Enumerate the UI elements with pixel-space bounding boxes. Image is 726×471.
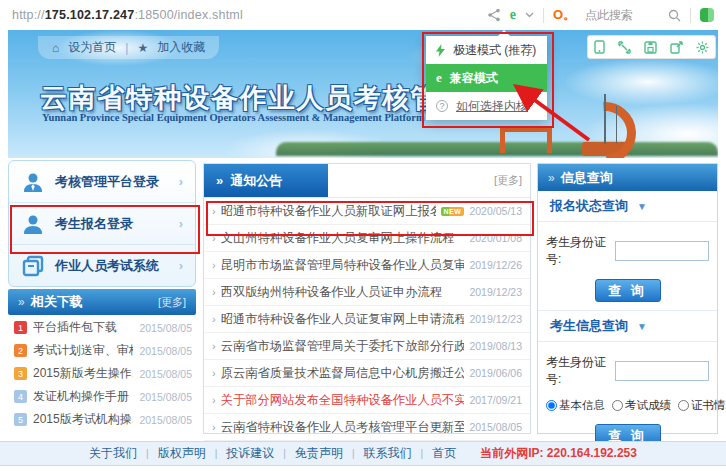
rank-badge: 4 [14, 390, 27, 403]
footer-link-contact[interactable]: 联系我们 [364, 445, 412, 462]
downloads-title: 相关下载 [31, 293, 83, 311]
quick-links: ⌂ 设为首页 | ★ 加入收藏 [38, 36, 219, 59]
footer-link-home[interactable]: 首页 [432, 445, 456, 462]
notice-item[interactable]: › 云南省市场监督管理局关于委托下放部分行政许可... 2019/08/13 [204, 333, 530, 360]
download-item[interactable]: 4 发证机构操作手册 2015/08/05 [8, 385, 196, 408]
notice-item-alert[interactable]: › 关于部分网站发布全国特种设备作业人员不实信息... 2017/09/21 [204, 387, 530, 414]
downloads-more-link[interactable]: [更多] [158, 295, 186, 310]
radio-exam-score[interactable]: 考试成绩 [612, 398, 671, 413]
footer-link-disclaimer[interactable]: 免责声明 [295, 445, 343, 462]
notice-item[interactable]: › 云南省特种设备作业人员考核管理平台更新至20... 2015/08/05 [204, 414, 530, 441]
footer-link-copyright[interactable]: 版权声明 [158, 445, 206, 462]
status-query-section-header[interactable]: 报名状态查询 ▼ [538, 191, 717, 222]
status-query-button[interactable]: 查 询 [595, 279, 661, 302]
menu-item-speed-mode[interactable]: 极速模式 (推荐) [426, 36, 547, 64]
external-ip-text: 当前外网IP: 220.164.192.253 [480, 445, 637, 462]
download-item[interactable]: 5 2015版考试机构操... 2015/08/05 [8, 408, 196, 431]
chevron-down-icon[interactable] [525, 12, 534, 18]
download-label: 发证机构操作手册 [33, 388, 133, 405]
share-page-icon[interactable] [670, 41, 683, 54]
browser-chrome: http://175.102.17.247:18500/index.shtml … [0, 0, 726, 30]
info-type-radios: 基本信息 考试成绩 证书情况 [538, 388, 717, 413]
exam-card-icon [21, 254, 45, 278]
footer-link-complaint[interactable]: 投诉建议 [226, 445, 274, 462]
search-engine-logo[interactable]: O。 [553, 6, 576, 24]
notice-date: 2019/12/23 [469, 313, 522, 325]
info-query-section-header[interactable]: 考生信息查询 ▼ [538, 311, 717, 342]
notice-label: 原云南省质量技术监督局信息中心机房搬迁公告 [221, 365, 465, 382]
download-date: 2015/08/05 [139, 414, 192, 426]
downloads-list: 1 平台插件包下载 2015/08/05 2 考试计划送审、审核 ... 201… [8, 316, 196, 431]
browser-mode-menu: 极速模式 (推荐) e 兼容模式 ? 如何选择内核 [426, 36, 547, 120]
menu-caret [498, 30, 510, 36]
notices-panel: » 通知公告 [更多] › 昭通市特种设备作业人员新取证网上报名流程 NEW 2… [203, 163, 531, 434]
save-icon[interactable] [644, 41, 657, 54]
menu-item-label: 兼容模式 [450, 70, 498, 87]
notice-item[interactable]: › 昭通市特种设备作业人员新取证网上报名流程 NEW 2020/05/13 [204, 198, 530, 225]
share-icon[interactable] [487, 8, 501, 22]
set-home-link[interactable]: 设为首页 [68, 39, 116, 56]
gear-icon[interactable] [696, 41, 709, 54]
menu-item-compat-mode[interactable]: e 兼容模式 [426, 64, 547, 92]
magnifier-icon[interactable] [668, 9, 681, 22]
radio-input[interactable] [612, 400, 623, 411]
screen: http://175.102.17.247:18500/index.shtml … [0, 0, 726, 471]
status-id-input[interactable] [615, 241, 709, 261]
url-host: 175.102.17.247 [45, 8, 135, 22]
browser-logo-icon[interactable] [700, 8, 714, 22]
menu-item-kernel-help[interactable]: ? 如何选择内核 [426, 92, 547, 120]
tab-notices[interactable]: » 通知公告 [204, 164, 328, 197]
login-item-platform[interactable]: 考核管理平台登录 › [9, 161, 195, 203]
radio-input[interactable] [546, 400, 557, 411]
double-chevron-icon: » [216, 173, 223, 188]
download-date: 2015/08/05 [139, 345, 192, 357]
manager-user-icon [21, 170, 45, 194]
rank-badge: 1 [14, 321, 27, 334]
notices-header: » 通知公告 [更多] [204, 164, 530, 198]
notices-title: 通知公告 [230, 172, 282, 190]
section-title: 报名状态查询 [550, 197, 628, 215]
add-favorite-link[interactable]: 加入收藏 [157, 39, 205, 56]
info-id-input[interactable] [615, 361, 709, 381]
bullet-icon: › [212, 340, 216, 352]
divider [543, 8, 544, 23]
notice-label: 昭通市特种设备作业人员证复审网上申请流程及相... [221, 311, 465, 328]
chevron-right-icon: › [179, 258, 183, 273]
notice-date: 2019/08/13 [469, 340, 522, 352]
radio-basic-info[interactable]: 基本信息 [546, 398, 605, 413]
download-item[interactable]: 2 考试计划送审、审核 ... 2015/08/05 [8, 339, 196, 362]
url-rest: :18500/index.shtml [134, 8, 243, 22]
bullet-icon: › [212, 286, 216, 298]
chevron-down-icon: ▼ [637, 201, 647, 212]
radio-label: 考试成绩 [625, 398, 671, 413]
download-date: 2015/08/05 [139, 368, 192, 380]
divider [690, 8, 691, 23]
login-item-exam-system[interactable]: 作业人员考试系统 › [9, 245, 195, 286]
address-bar[interactable]: http://175.102.17.247:18500/index.shtml [12, 8, 243, 22]
search-input[interactable]: 点此搜索 [585, 7, 633, 24]
fullscreen-icon[interactable] [618, 41, 631, 54]
notice-item[interactable]: › 昆明市市场监督管理局特种设备作业人员复审流程... 2019/12/26 [204, 252, 530, 279]
gantry-crane-graphic [500, 127, 552, 153]
browser-mode-icon[interactable]: e [510, 7, 516, 23]
rank-badge: 3 [14, 367, 27, 380]
notice-item[interactable]: › 原云南省质量技术监督局信息中心机房搬迁公告 2019/06/06 [204, 360, 530, 387]
bullet-icon: › [212, 259, 216, 271]
status-id-row: 考生身份证号: [538, 222, 717, 268]
download-label: 考试计划送审、审核 ... [33, 342, 133, 359]
notice-item[interactable]: › 昭通市特种设备作业人员证复审网上申请流程及相... 2019/12/23 [204, 306, 530, 333]
notice-item[interactable]: › 西双版纳州特种设备作业人员证申办流程 2019/12/23 [204, 279, 530, 306]
query-panel: » 信息查询 报名状态查询 ▼ 考生身份证号: 查 询 考生信息查询 ▼ 考生身… [537, 163, 718, 434]
footer-link-about[interactable]: 关于我们 [89, 445, 137, 462]
bullet-icon: › [212, 232, 216, 244]
notices-more-link[interactable]: [更多] [494, 173, 522, 188]
download-item[interactable]: 3 2015新版考生操作... 2015/08/05 [8, 362, 196, 385]
radio-input[interactable] [678, 400, 689, 411]
mobile-icon[interactable] [594, 40, 605, 54]
notice-item[interactable]: › 文山州特种设备作业人员复审网上操作流程 2020/01/08 [204, 225, 530, 252]
bullet-icon: › [212, 205, 216, 217]
download-item[interactable]: 1 平台插件包下载 2015/08/05 [8, 316, 196, 339]
login-item-candidate[interactable]: 考生报名登录 › [9, 203, 195, 245]
radio-certificate[interactable]: 证书情况 [678, 398, 726, 413]
rank-badge: 2 [14, 344, 27, 357]
